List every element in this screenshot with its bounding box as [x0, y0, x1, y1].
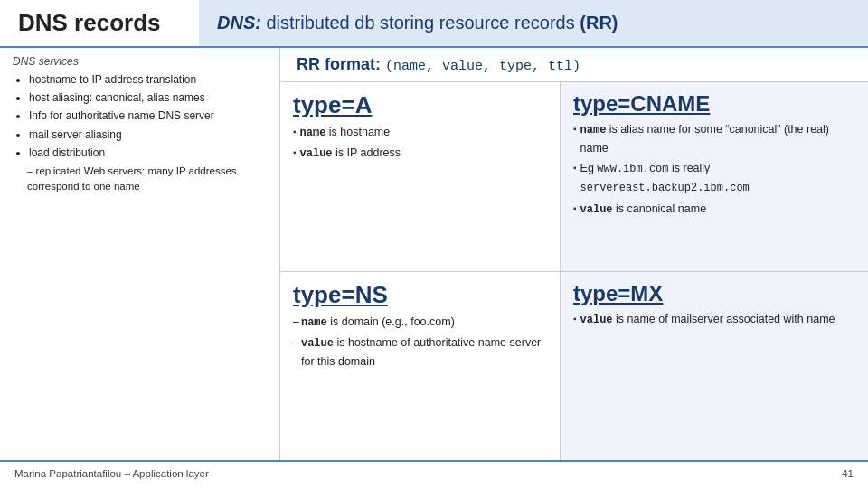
rr-format-label: RR format: [297, 55, 381, 73]
type-ns-panel: type=NS name is domain (e.g., foo.com) v… [280, 272, 560, 461]
type-a-heading: type=A [293, 91, 547, 119]
type-cname-bullet-2: Eg www.ibm.com is really servereast.back… [573, 159, 855, 197]
rr-format-row: RR format: (name, value, type, ttl) [280, 48, 868, 82]
type-mx-panel: type=MX value is name of mailserver asso… [561, 272, 868, 461]
rr-format-code: (name, value, type, ttl) [385, 59, 580, 74]
list-item: hostname to IP address translation [29, 71, 267, 89]
subtitle-rest: distributed db storing resource records [261, 13, 580, 33]
list-item: host aliasing: canonical, alias names [29, 89, 267, 107]
dns-services-title: DNS services [13, 55, 267, 68]
type-ns-dash-2: value is hostname of authoritative name … [293, 333, 547, 371]
type-cname-bullet-3: value is canonical name [573, 200, 855, 219]
type-cname-heading: type=CNAME [573, 91, 855, 117]
footer-author: Marina Papatriantafilou – Application la… [14, 468, 209, 479]
sub-item-list: replicated Web servers: many IP addresse… [13, 164, 267, 195]
header: DNS records DNS: distributed db storing … [0, 0, 868, 48]
type-a-bullet-2: value is IP address [293, 144, 547, 163]
type-ns-heading: type=NS [293, 281, 547, 309]
dns-services-panel: DNS services hostname to IP address tran… [0, 48, 280, 460]
type-a-panel: type=A name is hostname value is IP addr… [280, 82, 560, 272]
title-text: DNS records [18, 9, 161, 36]
list-item: load distribution [29, 145, 267, 162]
subtitle-dns: DNS: [217, 13, 261, 33]
footer-page: 41 [842, 468, 854, 479]
type-cname-body: name is alias name for some “canonical” … [573, 120, 855, 219]
right-area: RR format: (name, value, type, ttl) type… [280, 48, 868, 460]
type-mx-body: value is name of mailserver associated w… [573, 310, 855, 329]
type-cname-bullet-1: name is alias name for some “canonical” … [573, 120, 855, 157]
list-item: Info for authoritative name DNS server [29, 108, 267, 125]
type-a-bullet-1: name is hostname [293, 123, 547, 142]
main-content: DNS services hostname to IP address tran… [0, 48, 868, 460]
type-ns-body: name is domain (e.g., foo.com) value is … [293, 313, 547, 371]
left-type-panels: type=A name is hostname value is IP addr… [280, 82, 561, 460]
type-mx-bullet-1: value is name of mailserver associated w… [573, 310, 855, 329]
slide-title: DNS records [0, 0, 199, 46]
type-cname-panel: type=CNAME name is alias name for some “… [561, 82, 868, 272]
content-grid: type=A name is hostname value is IP addr… [280, 82, 868, 460]
dns-services-list: hostname to IP address translation host … [13, 71, 267, 162]
list-item: mail server aliasing [29, 127, 267, 144]
type-ns-dash-1: name is domain (e.g., foo.com) [293, 313, 547, 332]
subtitle-rr: (RR) [580, 13, 618, 33]
list-item: replicated Web servers: many IP addresse… [27, 164, 267, 195]
type-a-body: name is hostname value is IP address [293, 123, 547, 163]
right-type-panels: type=CNAME name is alias name for some “… [561, 82, 868, 460]
type-mx-heading: type=MX [573, 281, 855, 306]
footer: Marina Papatriantafilou – Application la… [0, 460, 868, 485]
header-subtitle: DNS: distributed db storing resource rec… [199, 0, 868, 46]
